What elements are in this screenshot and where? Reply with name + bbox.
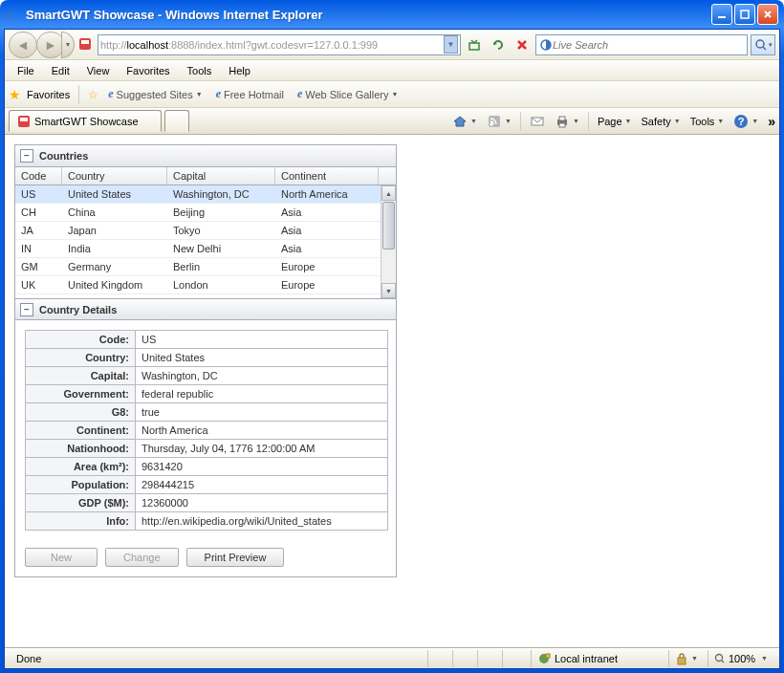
favorites-star-icon[interactable]: ★ xyxy=(9,87,21,102)
maximize-button[interactable] xyxy=(734,4,755,25)
new-tab-button[interactable] xyxy=(164,110,189,132)
svg-rect-12 xyxy=(559,117,565,120)
tools-menu[interactable]: Tools▼ xyxy=(686,114,729,129)
scroll-up-button[interactable]: ▲ xyxy=(381,185,396,201)
close-button[interactable] xyxy=(757,4,778,25)
tab-title: SmartGWT Showcase xyxy=(34,116,139,127)
print-preview-button[interactable]: Print Preview xyxy=(186,548,285,567)
address-bar[interactable]: http://localhost:8888/index.html?gwt.cod… xyxy=(98,34,461,55)
svg-rect-17 xyxy=(546,654,550,658)
details-title: Country Details xyxy=(39,304,117,315)
add-favorite-icon[interactable]: ☆ xyxy=(88,88,98,101)
scroll-down-button[interactable]: ▼ xyxy=(381,283,396,298)
col-code[interactable]: Code xyxy=(15,167,62,185)
zoom-control[interactable]: 100%▼ xyxy=(708,650,773,667)
menu-file[interactable]: File xyxy=(9,62,43,79)
menu-view[interactable]: View xyxy=(78,62,119,79)
table-row[interactable]: UKUnited KingdomLondonEurope xyxy=(15,276,396,294)
detail-row: Continent:North America xyxy=(26,422,388,440)
feeds-button[interactable]: ▼ xyxy=(483,112,515,131)
table-row[interactable]: JAJapanTokyoAsia xyxy=(15,222,396,240)
svg-rect-18 xyxy=(678,658,686,664)
url-scheme: http:// xyxy=(100,39,127,51)
grid-header-row: Code Country Capital Continent xyxy=(15,167,396,185)
print-button[interactable]: ▼ xyxy=(551,112,583,131)
tab-active[interactable]: SmartGWT Showcase xyxy=(9,110,162,132)
menu-help[interactable]: Help xyxy=(220,62,259,79)
url-host: localhost xyxy=(127,39,168,51)
button-row: New Change Print Preview xyxy=(25,548,386,567)
countries-section: − Countries Code Country Capital Contine… xyxy=(14,144,397,577)
countries-header[interactable]: − Countries xyxy=(15,145,396,167)
detail-row: Nationhood:Thursday, July 04, 1776 12:00… xyxy=(26,440,388,458)
back-button[interactable]: ◄ xyxy=(9,32,37,58)
home-button[interactable]: ▼ xyxy=(448,112,481,131)
detail-row: Government:federal republic xyxy=(26,385,388,403)
page-content: − Countries Code Country Capital Contine… xyxy=(5,135,779,647)
detail-row: GDP ($M):12360000 xyxy=(26,494,388,512)
web-slice-link[interactable]: eWeb Slice Gallery▼ xyxy=(294,85,402,103)
refresh-button[interactable] xyxy=(488,34,509,55)
stop-button[interactable] xyxy=(512,34,533,55)
page-menu[interactable]: Page▼ xyxy=(594,114,636,129)
suggested-sites-link[interactable]: eSuggested Sites▼ xyxy=(104,85,206,103)
collapse-icon[interactable]: − xyxy=(20,303,33,316)
detail-row: Code:US xyxy=(26,331,388,349)
col-continent[interactable]: Continent xyxy=(275,167,379,185)
search-button[interactable]: ▾ xyxy=(751,34,775,55)
table-row[interactable]: USUnited StatesWashington, DCNorth Ameri… xyxy=(15,185,396,204)
menu-bar: File Edit View Favorites Tools Help xyxy=(5,60,779,81)
url-path: :8888/index.html?gwt.codesvr=127.0.0.1:9… xyxy=(168,39,378,51)
col-capital[interactable]: Capital xyxy=(167,167,275,185)
scroll-thumb[interactable] xyxy=(382,202,395,250)
detail-row: Info:http://en.wikipedia.org/wiki/United… xyxy=(26,512,388,531)
svg-point-6 xyxy=(756,40,764,48)
hotmail-label: Free Hotmail xyxy=(224,89,284,100)
collapse-icon[interactable]: − xyxy=(20,149,33,163)
svg-rect-3 xyxy=(81,40,89,44)
suggested-sites-label: Suggested Sites xyxy=(117,89,193,100)
table-row[interactable]: GMGermanyBerlinEurope xyxy=(15,258,396,276)
svg-rect-8 xyxy=(20,118,28,121)
status-bar: Done Local intranet ▼ 100%▼ xyxy=(5,647,779,668)
details-header[interactable]: − Country Details xyxy=(15,298,396,320)
svg-text:?: ? xyxy=(738,116,745,127)
new-button[interactable]: New xyxy=(25,548,98,567)
protected-mode[interactable]: ▼ xyxy=(668,650,704,667)
minimize-button[interactable] xyxy=(711,4,732,25)
free-hotmail-link[interactable]: eFree Hotmail xyxy=(212,85,288,103)
menu-tools[interactable]: Tools xyxy=(179,62,221,79)
web-slice-label: Web Slice Gallery xyxy=(305,89,388,100)
col-country[interactable]: Country xyxy=(62,167,167,185)
nav-history-dropdown[interactable]: ▼ xyxy=(61,32,75,58)
safety-menu[interactable]: Safety▼ xyxy=(638,114,685,129)
favorites-label[interactable]: Favorites xyxy=(27,89,70,100)
svg-rect-1 xyxy=(741,11,749,18)
help-button[interactable]: ?▼ xyxy=(730,112,762,131)
zone-indicator[interactable]: Local intranet xyxy=(531,650,664,667)
detail-row: Country:United States xyxy=(26,349,388,367)
url-dropdown[interactable]: ▼ xyxy=(444,35,458,54)
read-mail-button[interactable] xyxy=(526,112,549,131)
tab-row: SmartGWT Showcase ▼ ▼ ▼ Page▼ Safety▼ To… xyxy=(5,108,779,135)
search-input[interactable] xyxy=(553,39,744,51)
countries-title: Countries xyxy=(39,150,88,162)
menu-favorites[interactable]: Favorites xyxy=(118,62,178,79)
nav-toolbar: ◄ ► ▼ http://localhost:8888/index.html?g… xyxy=(5,30,779,60)
table-row[interactable]: INIndiaNew DelhiAsia xyxy=(15,240,396,258)
countries-grid: Code Country Capital Continent ▲ ▼ USUni… xyxy=(15,167,396,298)
svg-rect-0 xyxy=(718,16,726,18)
menu-edit[interactable]: Edit xyxy=(43,62,78,79)
search-provider-icon xyxy=(539,38,553,52)
compat-button[interactable] xyxy=(464,34,485,55)
tab-icon xyxy=(17,115,31,128)
details-table: Code:USCountry:United StatesCapital:Wash… xyxy=(25,330,388,531)
overflow-chevron[interactable]: » xyxy=(768,114,775,129)
table-row[interactable]: CHChinaBeijingAsia xyxy=(15,204,396,222)
window-title: SmartGWT Showcase - Windows Internet Exp… xyxy=(26,8,711,22)
change-button[interactable]: Change xyxy=(105,548,179,567)
window-titlebar: e SmartGWT Showcase - Windows Internet E… xyxy=(0,0,784,29)
intranet-icon xyxy=(537,652,551,665)
search-box[interactable] xyxy=(535,34,748,55)
grid-scrollbar[interactable]: ▲ ▼ xyxy=(381,185,396,298)
